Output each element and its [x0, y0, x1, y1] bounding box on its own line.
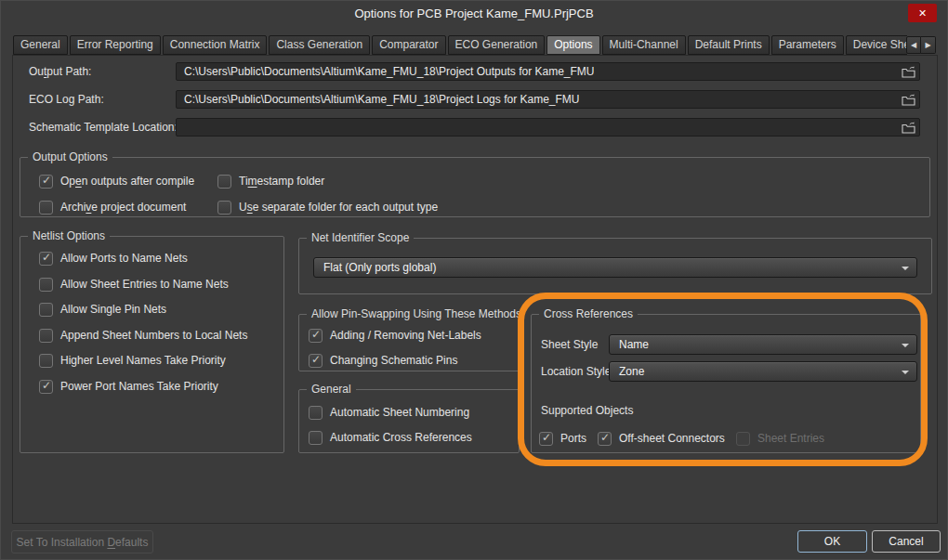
- options-dialog: Options for PCB Project Kame_FMU.PrjPCB …: [0, 0, 948, 560]
- output-options-group-title: Output Options: [28, 150, 112, 164]
- ok-button[interactable]: OK: [797, 530, 867, 553]
- checkbox-row-power-port-names-priority[interactable]: Power Port Names Take Priority: [39, 379, 218, 394]
- open-folder-icon: [902, 94, 915, 106]
- checkbox[interactable]: [39, 175, 53, 189]
- checkbox[interactable]: [217, 175, 231, 189]
- general-group-title: General: [307, 383, 356, 397]
- output-path-browse-button[interactable]: [900, 65, 916, 79]
- checkbox[interactable]: [39, 201, 53, 215]
- chevron-right-icon: ▶: [925, 41, 930, 49]
- tab-bar: General Error Reporting Connection Matri…: [13, 35, 907, 55]
- open-folder-icon: [902, 122, 915, 134]
- close-button[interactable]: ✕: [908, 4, 937, 22]
- checkbox-row-open-outputs-after-compile[interactable]: Open outputs after compile: [39, 174, 194, 189]
- tab-comparator[interactable]: Comparator: [372, 35, 445, 55]
- checkbox[interactable]: [39, 354, 53, 368]
- window-title: Options for PCB Project Kame_FMU.PrjPCB: [1, 7, 947, 20]
- schematic-template-browse-button[interactable]: [900, 121, 916, 135]
- pin-swapping-group-title: Allow Pin-Swapping Using These Methods: [307, 307, 526, 321]
- checkbox-label: Automatic Cross References: [330, 431, 472, 444]
- checkbox-label: Automatic Sheet Numbering: [330, 406, 469, 419]
- checkbox-row-automatic-cross-references[interactable]: Automatic Cross References: [309, 430, 472, 445]
- checkbox-row-adding-removing-net-labels[interactable]: Adding / Removing Net-Labels: [309, 328, 481, 343]
- checkbox[interactable]: [39, 329, 53, 343]
- close-icon: ✕: [918, 7, 927, 20]
- eco-log-path-browse-button[interactable]: [900, 93, 916, 107]
- checkbox-row-allow-ports-to-name-nets[interactable]: Allow Ports to Name Nets: [39, 251, 188, 266]
- checkbox[interactable]: [217, 201, 231, 215]
- eco-log-path-value: C:\Users\Public\Documents\Altium\Kame_FM…: [184, 93, 579, 106]
- checkbox-label: Ports: [560, 432, 586, 445]
- tab-connection-matrix[interactable]: Connection Matrix: [163, 35, 268, 55]
- checkbox-row-archive-project-document[interactable]: Archive project document: [39, 200, 186, 215]
- tab-parameters[interactable]: Parameters: [771, 35, 844, 55]
- checkbox[interactable]: [309, 406, 323, 420]
- tab-class-generation[interactable]: Class Generation: [269, 35, 370, 55]
- checkbox[interactable]: [39, 252, 53, 266]
- checkbox[interactable]: [539, 432, 553, 446]
- pin-swapping-group: Allow Pin-Swapping Using These Methods A…: [298, 314, 520, 371]
- tab-options[interactable]: Options: [546, 35, 599, 55]
- eco-log-path-label: ECO Log Path:: [29, 92, 104, 107]
- checkbox-label: Higher Level Names Take Priority: [60, 354, 226, 367]
- checkbox: [736, 432, 750, 446]
- checkbox[interactable]: [39, 303, 53, 317]
- eco-log-path-input[interactable]: C:\Users\Public\Documents\Altium\Kame_FM…: [176, 90, 920, 109]
- supported-objects-label: Supported Objects: [541, 403, 633, 418]
- checkbox[interactable]: [309, 329, 323, 343]
- output-path-input[interactable]: C:\Users\Public\Documents\Altium\Kame_FM…: [176, 62, 920, 81]
- checkbox-row-sheet-entries: Sheet Entries: [736, 431, 824, 446]
- checkbox[interactable]: [39, 278, 53, 292]
- checkbox-row-higher-level-names-priority[interactable]: Higher Level Names Take Priority: [39, 353, 226, 368]
- cross-references-group-title: Cross References: [539, 307, 638, 321]
- netlist-options-group: Netlist Options Allow Ports to Name Nets…: [20, 236, 284, 453]
- open-folder-icon: [902, 66, 915, 78]
- output-path-label: Output Path:: [29, 64, 91, 79]
- output-path-value: C:\Users\Public\Documents\Altium\Kame_FM…: [184, 65, 594, 78]
- netlist-options-group-title: Netlist Options: [28, 229, 110, 243]
- net-identifier-scope-dropdown[interactable]: Flat (Only ports global): [313, 257, 917, 278]
- chevron-down-icon: [902, 344, 909, 347]
- checkbox-row-off-sheet-connectors[interactable]: Off-sheet Connectors: [598, 431, 725, 446]
- checkbox-row-use-separate-folder[interactable]: Use separate folder for each output type: [217, 200, 438, 215]
- title-bar[interactable]: Options for PCB Project Kame_FMU.PrjPCB …: [1, 1, 947, 29]
- tab-eco-generation[interactable]: ECO Generation: [448, 35, 546, 55]
- checkbox-row-automatic-sheet-numbering[interactable]: Automatic Sheet Numbering: [309, 405, 469, 420]
- schematic-template-location-input[interactable]: [176, 118, 920, 137]
- checkbox-row-append-sheet-numbers[interactable]: Append Sheet Numbers to Local Nets: [39, 328, 247, 343]
- output-options-group: Output Options Open outputs after compil…: [20, 157, 930, 217]
- tab-device-sheets[interactable]: Device Sheets: [846, 35, 907, 55]
- checkbox-row-timestamp-folder[interactable]: Timestamp folder: [217, 174, 324, 189]
- location-style-label: Location Style: [541, 364, 611, 379]
- schematic-template-location-label: Schematic Template Location:: [29, 120, 178, 135]
- location-style-value: Zone: [619, 365, 644, 378]
- chevron-down-icon: [902, 267, 909, 270]
- checkbox[interactable]: [598, 432, 612, 446]
- checkbox-row-allow-sheet-entries-to-name-nets[interactable]: Allow Sheet Entries to Name Nets: [39, 277, 229, 292]
- checkbox-row-changing-schematic-pins[interactable]: Changing Schematic Pins: [309, 353, 457, 368]
- set-to-installation-defaults-button[interactable]: Set To Installation Defaults: [11, 530, 153, 553]
- checkbox-label: Open outputs after compile: [60, 175, 194, 188]
- cancel-button[interactable]: Cancel: [872, 530, 941, 553]
- tab-default-prints[interactable]: Default Prints: [688, 35, 770, 55]
- checkbox-row-allow-single-pin-nets[interactable]: Allow Single Pin Nets: [39, 302, 166, 317]
- tab-multi-channel[interactable]: Multi-Channel: [602, 35, 686, 55]
- cross-references-group: Cross References Sheet Style Name Locati…: [531, 314, 921, 453]
- checkbox-label: Sheet Entries: [757, 432, 824, 445]
- tab-scroll-right-button[interactable]: ▶: [921, 36, 936, 54]
- checkbox[interactable]: [309, 431, 323, 445]
- checkbox[interactable]: [39, 380, 53, 394]
- sheet-style-dropdown[interactable]: Name: [609, 334, 917, 355]
- checkbox-row-ports[interactable]: Ports: [539, 431, 586, 446]
- tab-error-reporting[interactable]: Error Reporting: [70, 35, 161, 55]
- general-group: General Automatic Sheet Numbering Automa…: [298, 389, 520, 453]
- checkbox-label: Adding / Removing Net-Labels: [330, 329, 481, 342]
- tab-scroll-left-button[interactable]: ◀: [906, 36, 921, 54]
- checkbox-label: Append Sheet Numbers to Local Nets: [60, 329, 247, 342]
- checkbox[interactable]: [309, 354, 323, 368]
- checkbox-label: Allow Sheet Entries to Name Nets: [60, 278, 229, 291]
- checkbox-label: Allow Ports to Name Nets: [60, 252, 188, 265]
- tab-general[interactable]: General: [13, 35, 68, 55]
- location-style-dropdown[interactable]: Zone: [609, 361, 917, 382]
- net-identifier-scope-value: Flat (Only ports global): [323, 261, 436, 274]
